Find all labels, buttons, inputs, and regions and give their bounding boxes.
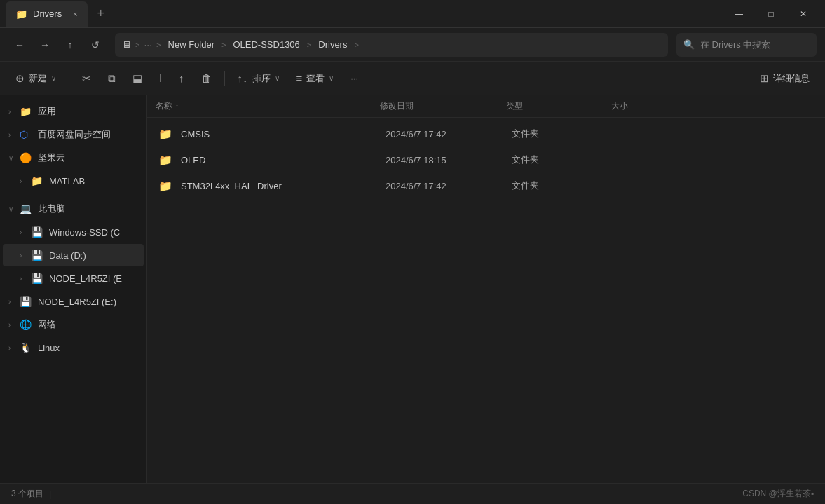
sidebar-item-node2[interactable]: › 💾 NODE_L4R5ZI (E:) — [3, 290, 144, 313]
delete-button[interactable]: 🗑 — [194, 67, 219, 90]
sidebar-label-baidu: 百度网盘同步空间 — [38, 128, 111, 141]
sidebar-label-node2: NODE_L4R5ZI (E:) — [38, 297, 116, 307]
up-button[interactable]: ↑ — [59, 34, 81, 56]
folder-icon-apps: 📁 — [20, 106, 34, 117]
new-label: 新建 — [29, 72, 47, 85]
paste-button[interactable]: ⬓ — [125, 67, 149, 90]
details-icon: ⊞ — [760, 72, 769, 85]
window-controls: — □ ✕ — [723, 0, 819, 28]
rename-button[interactable]: Ⅰ — [152, 67, 169, 90]
table-row[interactable]: 📁 STM32L4xx_HAL_Driver 2024/6/7 17:42 文件… — [150, 173, 822, 198]
view-button[interactable]: ≡ 查看 ∨ — [289, 67, 341, 90]
chevron-node2: › — [8, 298, 20, 306]
tab-folder-icon: 📁 — [15, 8, 27, 20]
new-tab-button[interactable]: + — [92, 6, 111, 21]
chevron-network: › — [8, 321, 20, 329]
sidebar-label-thispc: 此电脑 — [38, 203, 65, 215]
forward-button[interactable]: → — [34, 34, 56, 56]
addr-ellipsis[interactable]: ··· — [144, 39, 152, 50]
details-button[interactable]: ⊞ 详细信息 — [753, 67, 817, 90]
sidebar-label-node1: NODE_L4R5ZI (E — [49, 273, 122, 284]
linux-icon: 🐧 — [20, 342, 34, 353]
sidebar-label-linux: Linux — [38, 343, 60, 353]
baidu-icon: ⬡ — [20, 129, 34, 140]
toolbar-separator-1 — [69, 71, 69, 86]
new-chevron: ∨ — [51, 74, 56, 82]
addr-sep2: > — [156, 41, 161, 49]
network-icon: 🌐 — [20, 319, 34, 330]
chevron-node1: › — [20, 275, 31, 282]
back-button[interactable]: ← — [8, 34, 31, 56]
sort-button[interactable]: ↑↓ 排序 ∨ — [231, 67, 287, 90]
addr-new-folder[interactable]: New Folder — [165, 38, 217, 51]
col-type-header[interactable]: 类型 — [506, 100, 611, 112]
file-name-oled: OLED — [181, 155, 386, 165]
share-button[interactable]: ↑ — [172, 67, 191, 90]
folder-icon-oled: 📁 — [158, 154, 175, 167]
status-bar: 3 个项目 | CSDN @浮生若茶▪ — [0, 483, 825, 504]
folder-icon-cmsis: 📁 — [158, 128, 175, 141]
chevron-thispc: ∨ — [8, 205, 20, 213]
view-chevron: ∨ — [329, 74, 334, 82]
file-list: 📁 CMSIS 2024/6/7 17:42 文件夹 📁 OLED 2024/6… — [147, 118, 825, 483]
address-bar[interactable]: 🖥 > ··· > New Folder > OLED-SSD1306 > Dr… — [115, 33, 668, 57]
sidebar-item-matlab[interactable]: › 📁 MATLAB — [3, 170, 144, 192]
minimize-button[interactable]: — — [723, 0, 755, 28]
chevron-winssd: › — [20, 229, 31, 236]
sidebar-item-network[interactable]: › 🌐 网络 — [3, 313, 144, 336]
hdd-icon-datad: 💾 — [31, 250, 45, 261]
sidebar-item-thispc[interactable]: ∨ 💻 此电脑 — [3, 198, 144, 220]
file-type-oled: 文件夹 — [512, 154, 617, 166]
sidebar-item-windows-ssd[interactable]: › 💾 Windows-SSD (C — [3, 221, 144, 243]
sort-chevron: ∨ — [275, 74, 280, 82]
sidebar-item-node1[interactable]: › 💾 NODE_L4R5ZI (E — [3, 267, 144, 290]
tab-close-button[interactable]: × — [73, 10, 77, 18]
file-date-oled: 2024/6/7 18:15 — [386, 155, 512, 165]
jianguoyun-icon: 🟠 — [20, 152, 34, 163]
tab-label: Drivers — [33, 8, 62, 19]
sidebar-item-apps[interactable]: › 📁 应用 — [3, 100, 144, 123]
sort-icon: ↑↓ — [238, 72, 248, 84]
table-row[interactable]: 📁 OLED 2024/6/7 18:15 文件夹 — [150, 147, 822, 172]
view-icon: ≡ — [296, 72, 303, 84]
col-size-header[interactable]: 大小 — [611, 100, 681, 112]
addr-sep4: > — [307, 41, 311, 49]
chevron-datad: › — [20, 252, 31, 259]
search-bar[interactable]: 🔍 在 Drivers 中搜索 — [676, 33, 817, 57]
title-bar: 📁 Drivers × + — □ ✕ — [0, 0, 825, 28]
refresh-button[interactable]: ↺ — [84, 34, 107, 56]
col-name-header[interactable]: 名称 ↑ — [156, 100, 380, 112]
sidebar-item-baidu[interactable]: › ⬡ 百度网盘同步空间 — [3, 123, 144, 146]
cut-icon: ✂ — [82, 72, 91, 85]
more-button[interactable]: ··· — [343, 67, 365, 90]
sidebar-label-apps: 应用 — [38, 105, 56, 118]
table-row[interactable]: 📁 CMSIS 2024/6/7 17:42 文件夹 — [150, 121, 822, 147]
sidebar-item-linux[interactable]: › 🐧 Linux — [3, 336, 144, 359]
copy-button[interactable]: ⧉ — [101, 67, 123, 90]
col-size-label: 大小 — [611, 101, 628, 111]
file-type-cmsis: 文件夹 — [512, 128, 617, 140]
addr-oled[interactable]: OLED-SSD1306 — [230, 38, 302, 51]
folder-icon-matlab: 📁 — [31, 175, 45, 186]
delete-icon: 🗑 — [201, 72, 212, 84]
sort-asc-icon: ↑ — [175, 102, 179, 110]
search-placeholder: 在 Drivers 中搜索 — [700, 39, 770, 51]
active-tab[interactable]: 📁 Drivers × — [6, 1, 88, 27]
sidebar-item-data-d[interactable]: › 💾 Data (D:) — [3, 244, 144, 266]
addr-drivers[interactable]: Drivers — [315, 38, 350, 51]
content-area: 名称 ↑ 修改日期 类型 大小 📁 CMSIS 2024/6/7 17:42 文… — [147, 95, 825, 483]
hdd-icon-node1: 💾 — [31, 273, 45, 284]
cut-button[interactable]: ✂ — [75, 67, 98, 90]
file-date-stm32: 2024/6/7 17:42 — [386, 181, 512, 191]
view-label: 查看 — [306, 72, 325, 85]
new-button[interactable]: ⊕ 新建 ∨ — [8, 67, 63, 90]
column-headers: 名称 ↑ 修改日期 类型 大小 — [147, 95, 825, 118]
sidebar-label-winssd: Windows-SSD (C — [49, 227, 120, 238]
sidebar-item-jianguoyun[interactable]: ∨ 🟠 坚果云 — [3, 147, 144, 169]
hdd-icon-winssd: 💾 — [31, 226, 45, 238]
close-button[interactable]: ✕ — [787, 0, 819, 28]
maximize-button[interactable]: □ — [755, 0, 787, 28]
col-date-header[interactable]: 修改日期 — [380, 100, 506, 112]
monitor-icon: 🖥 — [122, 39, 131, 50]
navigation-bar: ← → ↑ ↺ 🖥 > ··· > New Folder > OLED-SSD1… — [0, 28, 825, 62]
